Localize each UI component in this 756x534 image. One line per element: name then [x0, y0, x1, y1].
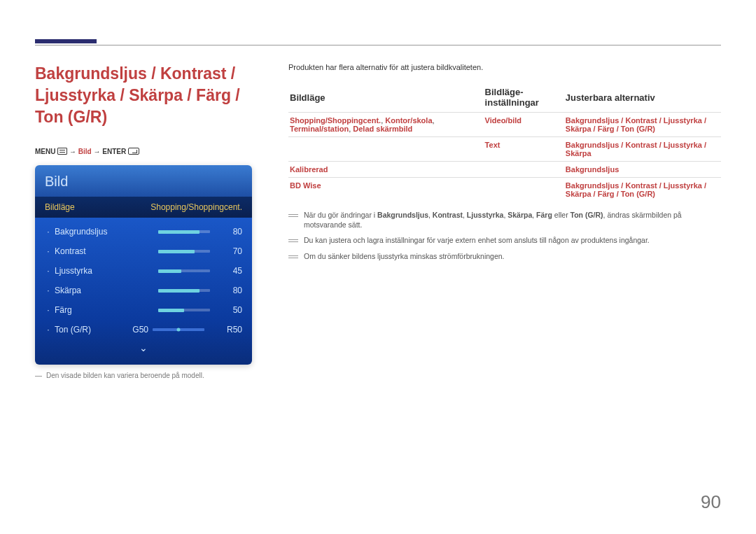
menu-label: MENU	[35, 148, 55, 155]
adj: Kontrast	[625, 181, 657, 190]
slider	[158, 289, 210, 292]
slider	[158, 269, 210, 272]
row-label: Skärpa	[55, 286, 158, 295]
selected-value: Shopping/Shoppingcent.	[150, 202, 242, 212]
adj: Ljusstyrka	[664, 141, 702, 149]
tv-menu-title: Bild	[35, 165, 252, 197]
adj: Skärpa	[566, 190, 592, 198]
tint-slider	[153, 328, 204, 331]
left-footnote: ―Den visade bilden kan variera beroende …	[35, 372, 266, 379]
adj: Kontrast	[625, 116, 657, 125]
row-value: 80	[223, 227, 242, 237]
modes-table: Bildläge Bildläge-inställningar Justerba…	[288, 84, 721, 202]
row-label: Kontrast	[55, 246, 158, 256]
footnote-text: Den visade bilden kan variera beroende p…	[46, 372, 204, 379]
adj: Skärpa	[566, 149, 592, 157]
slider	[158, 230, 210, 233]
top-rule	[35, 45, 721, 45]
enter-icon	[128, 148, 139, 155]
adj: Ljusstyrka	[664, 181, 702, 190]
arrow: →	[93, 148, 100, 155]
slider	[158, 309, 210, 311]
accent-bar	[35, 39, 97, 43]
mode-name: BD Wise	[290, 181, 321, 190]
tv-selected-row: Bildläge Shopping/Shoppingcent.	[35, 197, 252, 218]
adj: Ljusstyrka	[664, 116, 702, 125]
note-item: Du kan justera och lagra inställningar f…	[288, 235, 721, 245]
row-value: 50	[223, 305, 242, 315]
menu-path: MENU → Bild → ENTER	[35, 148, 266, 155]
tv-row: ·Ljusstyrka45	[35, 261, 252, 281]
col-header: Bildläge-inställningar	[484, 84, 564, 113]
table-row: Text Bakgrundsljus / Kontrast / Ljusstyr…	[288, 137, 721, 162]
table-row: Shopping/Shoppingcent., Kontor/skola, Te…	[288, 113, 721, 137]
setting-name: Text	[485, 141, 500, 149]
tv-row: ·Skärpa80	[35, 281, 252, 300]
setting-name: Video/bild	[485, 116, 522, 125]
menu-icon	[57, 148, 67, 155]
adj: Bakgrundsljus	[566, 181, 619, 190]
tv-row: ·Bakgrundsljus80	[35, 222, 252, 241]
enter-label: ENTER	[102, 148, 126, 155]
arrow: →	[69, 148, 76, 155]
adj: Bakgrundsljus	[566, 165, 619, 174]
slider	[158, 250, 210, 253]
row-label: Ton (G/R)	[55, 325, 120, 335]
adj: Bakgrundsljus	[566, 141, 619, 149]
row-label: Ljusstyrka	[55, 266, 158, 276]
dash-icon	[288, 255, 298, 256]
tv-row: ·Färg50	[35, 300, 252, 320]
mode-name: Shopping/Shoppingcent.	[290, 116, 381, 125]
col-header: Justerbara alternativ	[564, 84, 721, 113]
adj: Kontrast	[625, 141, 657, 149]
note-item: Om du sänker bildens ljusstyrka minskas …	[288, 251, 721, 261]
tv-menu-mockup: Bild Bildläge Shopping/Shoppingcent. ·Ba…	[35, 165, 252, 365]
dash-icon	[288, 214, 298, 215]
row-label: Färg	[55, 305, 158, 315]
chevron-down-icon: ⌄	[35, 339, 252, 360]
tint-r: R50	[217, 325, 242, 335]
tv-row: ·Kontrast70	[35, 241, 252, 261]
mode-name: Terminal/station	[290, 125, 349, 133]
row-value: 80	[223, 286, 242, 295]
notes-block: När du gör ändringar i Bakgrundsljus, Ko…	[288, 210, 721, 261]
adj: Färg	[598, 190, 615, 198]
note-text: När du gör ändringar i Bakgrundsljus, Ko…	[304, 210, 721, 230]
intro-text: Produkten har flera alternativ för att j…	[288, 63, 721, 71]
adj: Ton (G/R)	[621, 190, 655, 198]
selected-label: Bildläge	[45, 202, 75, 212]
dash-icon	[288, 239, 298, 240]
adj: Ton (G/R)	[621, 125, 655, 133]
page-number: 90	[701, 491, 721, 513]
adj: Färg	[598, 125, 615, 133]
row-label: Bakgrundsljus	[55, 227, 158, 237]
row-value: 45	[223, 266, 242, 276]
col-header: Bildläge	[288, 84, 484, 113]
note-text: Du kan justera och lagra inställningar f…	[304, 235, 650, 245]
tint-g: G50	[120, 325, 148, 335]
adj: Skärpa	[566, 125, 592, 133]
row-value: 70	[223, 246, 242, 256]
tv-row-tint: ·Ton (G/R)G50R50	[35, 320, 252, 339]
mode-name: Kontor/skola	[385, 116, 432, 125]
mode-name: Delad skärmbild	[353, 125, 412, 133]
section-title: Bakgrundsljus / Kontrast / Ljusstyrka / …	[35, 63, 266, 128]
table-row: BD Wise Bakgrundsljus / Kontrast / Ljuss…	[288, 178, 721, 202]
note-item: När du gör ändringar i Bakgrundsljus, Ko…	[288, 210, 721, 230]
bild-label: Bild	[78, 148, 92, 155]
mode-name: Kalibrerad	[290, 165, 328, 174]
adj: Bakgrundsljus	[566, 116, 619, 125]
note-text: Om du sänker bildens ljusstyrka minskas …	[304, 251, 505, 261]
table-row: Kalibrerad Bakgrundsljus	[288, 162, 721, 178]
